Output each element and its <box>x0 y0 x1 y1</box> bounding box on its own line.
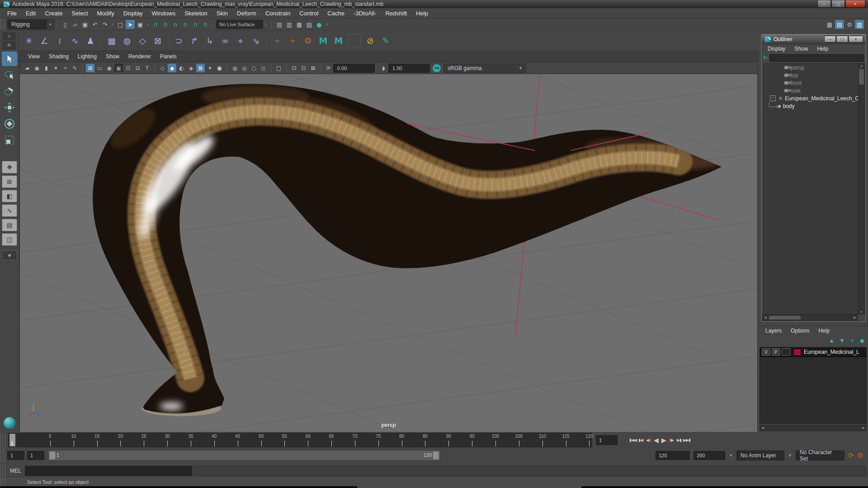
display-handles-icon[interactable]: ⊡ <box>299 64 308 72</box>
step-forward-key-button[interactable]: ▮▶ <box>668 436 675 445</box>
menu-create[interactable]: Create <box>40 10 67 17</box>
exposure-icon[interactable]: ⟳ <box>324 64 333 72</box>
save-scene-icon[interactable]: ▣ <box>80 20 90 29</box>
select-camera-icon[interactable]: ▰ <box>23 64 32 72</box>
detach-skin-icon[interactable]: ⊠ <box>151 34 165 47</box>
time-slider-track[interactable]: 1 51015202530354045505560657075808590951… <box>8 433 592 447</box>
interactive-bind-icon[interactable]: ◍ <box>120 34 134 47</box>
group-collapse-icon[interactable]: › <box>112 21 113 28</box>
wireframe-on-shaded-icon[interactable]: ◐ <box>177 64 186 72</box>
rotate-tool-button[interactable] <box>2 117 17 131</box>
view-transform-dropdown[interactable]: sRGB gamma ▼ <box>443 64 526 73</box>
rangeslider-grip[interactable] <box>0 448 5 463</box>
smooth-shade-icon[interactable]: ◆ <box>168 64 176 72</box>
title-bar[interactable]: Autodesk Maya 2016: C:\Users\AMDA8\Deskt… <box>0 0 868 9</box>
go-to-end-button[interactable]: ▶▶▮ <box>683 436 690 445</box>
geodesic-voxel-bind-icon[interactable]: ◇ <box>136 34 149 47</box>
outliner-restore-button[interactable]: ▢ <box>836 36 848 42</box>
depth-peeling-icon[interactable]: ▩ <box>259 64 268 72</box>
menu-help[interactable]: Help <box>411 10 433 17</box>
pole-vector-constraint-icon[interactable]: ⇘ <box>249 34 263 47</box>
toolbar-grip[interactable] <box>0 19 5 30</box>
scroll-down-icon[interactable]: ▼ <box>859 310 864 314</box>
outliner-item-front[interactable]: front <box>764 79 858 87</box>
menu-deform[interactable]: Deform <box>232 10 261 17</box>
scrollbar-thumb[interactable] <box>859 69 864 84</box>
color-management-on-toggle[interactable]: ON <box>433 64 441 72</box>
current-frame-field[interactable]: 1 <box>596 435 618 445</box>
layout-persp-graph-button[interactable]: ∿ <box>2 204 17 217</box>
layout-single-pane-button[interactable]: ❖ <box>2 161 17 174</box>
search-swap-icon[interactable]: ↻ <box>763 55 768 61</box>
aim-constraint-icon[interactable]: ∞ <box>218 34 232 47</box>
scale-tool-button[interactable] <box>2 133 17 147</box>
snap-to-plane-icon[interactable]: ∩ <box>181 20 190 29</box>
outliner-vertical-scrollbar[interactable]: ▲ ▼ <box>858 63 865 314</box>
select-object-icon[interactable]: ➤ <box>126 20 135 29</box>
layer-display-type-toggle[interactable] <box>782 348 790 356</box>
safe-action-icon[interactable]: ⊟ <box>133 64 142 72</box>
wireframe-icon[interactable]: ◇ <box>158 64 167 72</box>
outliner-item-top[interactable]: top <box>764 71 858 79</box>
ik-handle-icon[interactable]: ∠ <box>38 34 51 47</box>
snapshot-icon[interactable]: ⊠ <box>309 64 317 72</box>
outliner-item-body[interactable]: ◆body <box>764 102 858 110</box>
layers-menu-layers[interactable]: Layers <box>761 328 786 334</box>
grid-toggle-icon[interactable]: ⊞ <box>86 64 94 72</box>
move-layer-down-icon[interactable]: ▼ <box>839 337 845 344</box>
menu-set-dropdown[interactable]: Rigging ▼ <box>7 19 54 29</box>
field-chart-icon[interactable]: ⊡ <box>124 64 132 72</box>
command-result-field[interactable] <box>194 466 866 476</box>
outliner-menu-show[interactable]: Show <box>790 46 812 52</box>
insert-joints-icon[interactable]: ∿ <box>68 34 82 47</box>
scroll-right-icon[interactable]: ▶ <box>852 316 858 319</box>
shelf-tabs-icon[interactable]: ≡ <box>3 33 15 40</box>
menu-cache[interactable]: Cache <box>323 10 349 17</box>
default-lighting-icon[interactable]: ✦ <box>206 64 214 72</box>
muscle-creator-icon[interactable]: M <box>316 34 330 47</box>
make-live-icon[interactable]: ∩ <box>201 20 210 29</box>
step-forward-frame-button[interactable]: ▶▮ <box>675 436 683 445</box>
shelf-gear-icon[interactable]: ⚙ <box>3 42 15 49</box>
lasso-tool-button[interactable] <box>2 68 17 82</box>
minimize-button[interactable]: ─ <box>817 0 831 8</box>
menu-display[interactable]: Display <box>119 10 147 17</box>
shadows-icon[interactable]: ● <box>215 64 224 72</box>
group-collapse-icon[interactable]: › <box>265 21 267 28</box>
paint-select-tool-button[interactable] <box>2 84 17 99</box>
menu-select[interactable]: Select <box>67 10 92 17</box>
panel-menu-lighting[interactable]: Lighting <box>73 53 101 60</box>
outliner-title-bar[interactable]: Outliner ─ ▢ × <box>761 34 866 44</box>
layout-dropdown-button[interactable]: ▾ <box>2 250 17 260</box>
menu-control[interactable]: Control <box>295 10 323 17</box>
layer-playback-toggle[interactable]: P <box>772 348 780 356</box>
layer-visible-toggle[interactable]: V <box>762 348 770 356</box>
commandline-grip[interactable] <box>0 465 5 477</box>
select-hierarchy-icon[interactable]: □ <box>116 20 125 29</box>
scrollbar-thumb[interactable] <box>769 316 801 319</box>
animation-end-field[interactable]: 200 <box>693 451 725 460</box>
playback-start-field[interactable]: 1 <box>27 451 44 460</box>
exposure-field[interactable]: 0.00 <box>333 64 375 73</box>
step-back-frame-button[interactable]: ▮◀ <box>637 436 644 445</box>
outliner-close-button[interactable]: × <box>849 36 863 42</box>
outliner-horizontal-scrollbar[interactable]: ◀ ▶ <box>762 314 858 321</box>
outliner-item-persp[interactable]: persp <box>764 64 858 71</box>
play-backwards-button[interactable]: ◀ <box>652 436 660 445</box>
render-settings-icon[interactable]: ▧ <box>305 20 314 29</box>
grease-pencil-icon[interactable]: ✎ <box>71 64 79 72</box>
scroll-left-icon[interactable]: ◀ <box>763 316 768 319</box>
parent-constraint-icon[interactable]: ⊃ <box>172 34 186 47</box>
animation-preferences-icon[interactable]: ⚙ <box>858 451 863 460</box>
mel-input-field[interactable] <box>25 466 192 476</box>
ik-spline-handle-icon[interactable]: ≀ <box>53 34 66 47</box>
delete-non-deformer-history-icon[interactable]: ⊘ <box>363 34 377 47</box>
render-frame-icon[interactable]: ▤ <box>275 20 284 29</box>
layers-menu-options[interactable]: Options <box>786 328 814 334</box>
timeslider-grip[interactable] <box>0 433 5 447</box>
outliner-menu-display[interactable]: Display <box>763 46 790 52</box>
snap-to-curve-icon[interactable]: ∩ <box>161 20 170 29</box>
step-back-key-button[interactable]: ◀▮ <box>645 436 652 445</box>
scroll-left-icon[interactable]: ◀ <box>760 426 765 430</box>
layout-persp-outliner-graph-button[interactable]: ◫ <box>2 233 17 246</box>
